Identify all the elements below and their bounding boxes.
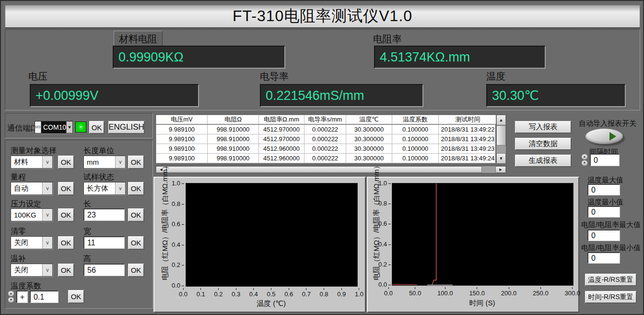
measure-object-ok-button[interactable]: OK [58,156,74,169]
clear-data-button[interactable]: 清空数据 [515,138,572,150]
zero-label: 清零 [11,227,26,237]
col-header: 电阻Ω [208,115,259,125]
length-unit-dropdown[interactable]: mm∨ [83,156,126,169]
table-row[interactable]: 9.989100998.9100004512.9600000.00022230.… [156,154,497,163]
auto-import-switch-label: 自动导入报表开关 [579,119,636,128]
length-input[interactable]: 23 [83,208,125,221]
width-label: 宽 [83,227,91,237]
height-ok-button[interactable]: OK [128,264,144,277]
res-min-label: 电阻/电阻率最小值 [581,243,641,253]
range-dropdown[interactable]: 自动∨ [11,182,53,195]
range-label: 量程 [11,172,26,182]
temp-min-input[interactable]: 0 [587,206,620,218]
measure-object-dropdown[interactable]: 材料∨ [11,156,53,169]
temp-reset-button[interactable]: 温度-R/RS重置 [585,274,637,286]
width-ok-button[interactable]: OK [128,236,144,250]
io-icon: I/O [35,121,41,133]
spinner-up-icon[interactable]: ▲ [581,154,588,160]
scroll-up-icon[interactable]: ▲ [496,115,506,125]
sample-state-label: 试样状态 [83,172,114,182]
chevron-down-icon[interactable]: ∨ [42,156,52,168]
sample-state-dropdown[interactable]: 长方体∨ [83,182,126,195]
chevron-down-icon[interactable]: ▼ [66,121,72,133]
page-title: FT-310电阻率测试仪V1.0 [233,6,412,27]
col-header: 温度系数 [392,115,439,125]
chevron-down-icon[interactable]: ∨ [115,156,125,168]
title-bar: FT-310电阻率测试仪V1.0 [5,5,640,28]
res-max-input[interactable]: 0 [587,230,620,241]
interval-input[interactable]: 0 [590,154,620,166]
pressure-dropdown[interactable]: 100KG∨ [11,208,53,221]
comm-ok-button[interactable]: OK [89,121,105,134]
material-resistance-display: 0.99909KΩ [113,46,285,69]
write-report-button[interactable]: 写入报表 [515,121,572,133]
spinner-down-icon[interactable]: ▼ [581,160,588,166]
range-ok-button[interactable]: OK [58,182,74,195]
table-horizontal-scrollbar[interactable]: ◄ ► [155,166,506,173]
temperature-label: 温度 [486,70,505,83]
measure-object-label: 测量对象选择 [11,146,57,156]
col-header: 电压mV [156,115,208,125]
resistivity-label: 电阻率 [373,33,402,46]
length-label: 长 [83,199,91,209]
resistivity-display: 4.51374KΩ.mm [374,46,546,69]
res-min-input[interactable]: 0 [587,252,620,264]
table-row[interactable]: 9.989100998.9100004512.9600000.00022230.… [156,144,497,154]
temp-comp-dropdown[interactable]: 关闭∨ [11,264,53,277]
toggle-arrow-icon [609,132,616,141]
comm-port-selector[interactable]: I/O COM10 ▼ [35,121,73,133]
y-axis-ticks: 1.00.80.60.40.20.0 [376,180,391,288]
auto-import-toggle[interactable] [585,129,623,144]
interval-stepper[interactable]: ▲▼ [581,154,588,166]
temp-coefficient-stepper[interactable]: ▲▼ [8,291,14,303]
temp-coefficient-ok-button[interactable]: OK [68,290,84,303]
table-row[interactable]: 9.989100998.9100004512.9700000.00022230.… [156,134,497,144]
generate-report-button[interactable]: 生成报表 [515,155,572,167]
scroll-down-icon[interactable]: ▼ [496,153,506,164]
time-reset-button[interactable]: 时间-R/RS重置 [585,291,637,303]
chevron-down-icon[interactable]: ∨ [115,182,125,194]
temperature-chart: 电阻（红MΩ）/电阻率（白MΩ.mm） 1.00.80.60.40.20.0 0… [153,177,366,313]
chevron-down-icon[interactable]: ∨ [42,209,52,221]
x-axis-ticks: 0.050.0100.0150.0200.0250.0300.0 [384,287,580,297]
table-header-row: 电压mV 电阻Ω 电阻率Ω.mm 电导率s/mm 温度℃ 温度系数 测试时间 [156,115,497,125]
voltage-label: 电压 [28,70,47,83]
res-max-label: 电阻/电阻率最大值 [581,220,641,230]
temp-coefficient-label: 温度系数 [11,281,41,291]
plot-area [186,183,358,287]
zero-ok-button[interactable]: OK [58,236,74,250]
width-input[interactable]: 11 [83,236,125,249]
measurement-table[interactable]: 电压mV 电阻Ω 电阻率Ω.mm 电导率s/mm 温度℃ 温度系数 测试时间 9… [155,114,496,163]
height-input[interactable]: 56 [83,264,125,276]
temp-coefficient-input[interactable]: 0.1 [30,291,59,303]
comm-status-led-icon: ✳ [75,121,86,133]
temp-coefficient-sign[interactable]: + [16,291,28,303]
length-ok-button[interactable]: OK [128,208,144,222]
scrollbar-thumb[interactable] [496,125,506,145]
chevron-down-icon[interactable]: ∨ [42,182,52,194]
chevron-down-icon[interactable]: ∨ [42,237,52,249]
scrollbar-thumb[interactable] [166,166,482,173]
length-unit-ok-button[interactable]: OK [128,156,144,169]
spinner-up-icon[interactable]: ▲ [8,291,14,297]
table-row[interactable]: 9.989100998.9100004512.9700000.00022230.… [156,124,497,134]
spinner-down-icon[interactable]: ▼ [8,297,14,303]
english-button[interactable]: ENGLISH [108,121,145,134]
temperature-display: 30.30℃ [486,84,626,107]
x-axis-label: 时间 (S) [392,299,573,308]
sample-state-ok-button[interactable]: OK [128,182,144,195]
temp-comp-ok-button[interactable]: OK [58,264,74,277]
comm-port-value: COM10 [41,121,66,133]
scroll-right-icon[interactable]: ► [495,166,506,173]
voltage-display: +0.00999V [30,84,199,107]
col-header: 测试时间 [439,115,497,125]
table-vertical-scrollbar[interactable]: ▲ ▼ [496,114,506,164]
pressure-ok-button[interactable]: OK [58,208,74,222]
length-unit-label: 长度单位 [83,146,114,156]
col-header: 电导率s/mm [304,115,346,125]
temp-max-input[interactable]: 0 [587,184,620,195]
col-header: 电阻率Ω.mm [259,115,304,125]
chevron-down-icon[interactable]: ∨ [42,264,52,276]
comm-port-label: 通信端口 [7,123,38,133]
zero-dropdown[interactable]: 关闭∨ [11,236,53,249]
